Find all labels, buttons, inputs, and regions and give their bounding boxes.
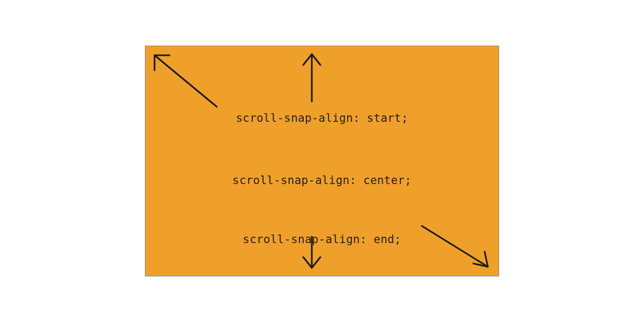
arrow-top-left-icon [148, 49, 218, 108]
scroll-snap-align-diagram: scroll-snap-align: start; scroll-snap-al… [145, 46, 499, 276]
svg-line-3 [422, 226, 488, 267]
label-center: scroll-snap-align: center; [232, 174, 412, 187]
label-start: scroll-snap-align: start; [236, 112, 408, 125]
arrow-bottom-center-icon [301, 236, 323, 273]
svg-line-0 [155, 55, 217, 107]
arrow-top-center-icon [301, 49, 323, 103]
arrow-bottom-right-icon [421, 225, 496, 273]
